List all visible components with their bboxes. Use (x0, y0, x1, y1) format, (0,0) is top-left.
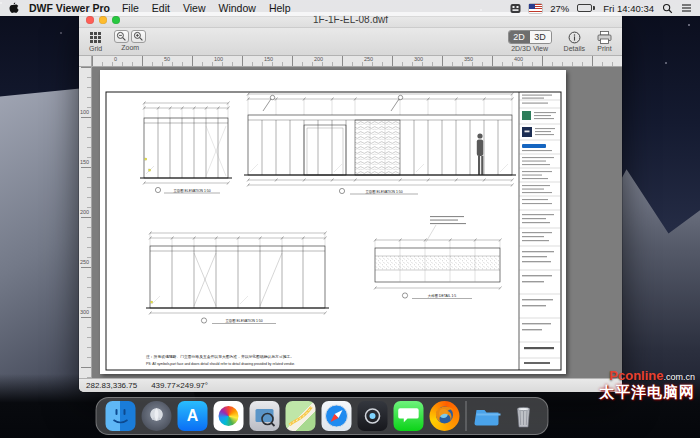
dock-appstore-icon[interactable]: A (178, 401, 208, 431)
ruler-mark: 150 (264, 56, 273, 62)
view-3d-button[interactable]: 3D (530, 31, 551, 43)
menu-edit[interactable]: Edit (152, 2, 170, 14)
window-controls (86, 16, 120, 24)
trash-basket-icon (509, 401, 539, 431)
grid-label: Grid (89, 45, 102, 52)
ruler-mark: 400 (514, 56, 523, 62)
appstore-glyph: A (187, 407, 199, 425)
spotlight-search-icon[interactable] (662, 3, 673, 14)
zoom-in-button[interactable] (131, 30, 146, 43)
fullscreen-button[interactable] (112, 16, 120, 24)
view-2d-button[interactable]: 2D (509, 31, 530, 43)
active-app-name[interactable]: DWF Viewer Pro (29, 2, 110, 14)
battery-body (577, 4, 592, 12)
desktop: DWF Viewer Pro File Edit View Window Hel… (0, 0, 700, 438)
menu-file[interactable]: File (122, 2, 139, 14)
input-source-icon[interactable] (510, 3, 521, 14)
drawing-note-1: 注：所有玻璃隔断、门立面分格及五金件以放大图为准，并以深化图纸确认后方可施工。 (146, 354, 294, 359)
zoom-in-icon (133, 31, 144, 42)
ruler-mark: 300 (414, 56, 423, 62)
folder-icon (473, 401, 503, 431)
drawing-note-2: PS: All symbols,part face and doors deta… (146, 362, 295, 366)
ruler-mark: 200 (314, 56, 323, 62)
dock-messages-icon[interactable] (394, 401, 424, 431)
ruler-mark: 50 (164, 56, 170, 62)
dock-trash-icon[interactable] (509, 401, 539, 431)
dock-preview-icon[interactable] (250, 401, 280, 431)
ruler-mark: 0 (114, 56, 117, 62)
apple-icon (8, 2, 19, 15)
dock: A (96, 397, 549, 435)
drawing-sheet: 立面图 ELEVATION 1:50 (100, 70, 566, 374)
battery-nub (593, 6, 595, 10)
ruler-mark: 100 (80, 109, 89, 115)
title-block-logo-3 (522, 144, 546, 148)
print-label: Print (597, 45, 611, 52)
zoom-control: Zoom (114, 30, 146, 51)
camera-icon (358, 401, 388, 431)
dock-downloads-folder-icon[interactable] (473, 401, 503, 431)
dock-photos-icon[interactable] (214, 401, 244, 431)
drawing-dimensions: 439.77×249.97° (151, 381, 208, 390)
ruler-mark: 350 (464, 56, 473, 62)
speech-bubble-icon (394, 401, 424, 431)
battery-percent[interactable]: 27% (550, 3, 569, 14)
details-label: Details (564, 45, 585, 52)
ruler-ticks (92, 56, 622, 66)
info-icon (568, 30, 581, 44)
cursor-position: 282.83,336.75 (86, 381, 137, 390)
dock-photobooth-icon[interactable] (358, 401, 388, 431)
menubar-status-area: 27% Fri 14:40:34 (510, 3, 692, 14)
apple-menu[interactable] (8, 2, 19, 15)
dwf-viewer-window: 1F-1F-EL-08.dwf Grid (79, 12, 622, 392)
menubar: DWF Viewer Pro File Edit View Window Hel… (0, 0, 700, 16)
watermark-name: 太平洋电脑网 (599, 384, 695, 401)
view-mode-control: 2D 3D 2D/3D View (508, 30, 552, 52)
ruler-mark: 150 (80, 159, 89, 165)
close-button[interactable] (86, 16, 94, 24)
photos-flower (219, 406, 239, 426)
us-flag-icon[interactable] (529, 4, 542, 13)
menubar-clock[interactable]: Fri 14:40:34 (603, 3, 654, 14)
ruler-vertical: 100 150 200 250 300 (79, 67, 92, 378)
firefox-globe (430, 401, 460, 431)
finder-face (106, 401, 136, 431)
dock-divider (466, 401, 467, 431)
dock-launchpad-icon[interactable] (142, 401, 172, 431)
watermark-suffix: .com.cn (663, 372, 695, 382)
dock-safari-icon[interactable] (322, 401, 352, 431)
ruler-horizontal: 0 50 100 150 200 250 300 350 400 (92, 56, 622, 67)
preview-glyph (250, 401, 280, 431)
insulation-band (375, 256, 500, 270)
watermark: Pconline.com.cn 太平洋电脑网 (599, 369, 695, 400)
dwf-drawing: 立面图 ELEVATION 1:50 (100, 70, 566, 374)
watermark-site: Pconline (609, 368, 663, 383)
zoom-label: Zoom (121, 44, 139, 51)
compass-icon (324, 403, 350, 429)
menu-window[interactable]: Window (219, 2, 256, 14)
print-button[interactable]: Print (597, 30, 612, 52)
ruler-mark: 250 (364, 56, 373, 62)
elevation-1-label: 立面图 ELEVATION 1:50 (173, 189, 210, 193)
view-mode-label: 2D/3D View (511, 45, 548, 52)
dock-firefox-icon[interactable] (430, 401, 460, 431)
battery-icon[interactable] (577, 4, 595, 12)
ruler-mark: 100 (214, 56, 223, 62)
zoom-out-button[interactable] (114, 30, 129, 43)
notification-center-icon[interactable] (681, 3, 692, 13)
drawing-canvas[interactable]: 立面图 ELEVATION 1:50 (92, 67, 622, 378)
printer-icon (597, 30, 612, 44)
grid-icon (89, 30, 102, 44)
grid-button[interactable]: Grid (89, 30, 102, 52)
menu-help[interactable]: Help (269, 2, 291, 14)
ruler-corner (79, 56, 92, 67)
minimize-button[interactable] (99, 16, 107, 24)
view-mode-segmented: 2D 3D (508, 30, 552, 44)
ruler-mark: 300 (80, 309, 89, 315)
details-button[interactable]: Details (564, 30, 585, 52)
menu-view[interactable]: View (183, 2, 206, 14)
dock-maps-icon[interactable] (286, 401, 316, 431)
stone-panel (355, 120, 400, 175)
detail-1-label: 大样图 DETAIL 1:5 (428, 294, 456, 298)
dock-finder-icon[interactable] (106, 401, 136, 431)
